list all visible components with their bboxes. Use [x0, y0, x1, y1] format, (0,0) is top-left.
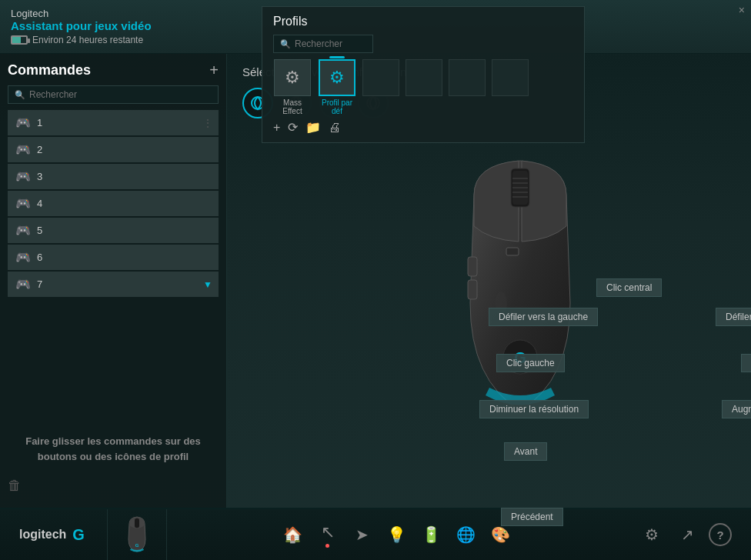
command-label-2: 2: [37, 144, 42, 155]
app-logo-area: Logitech Assistant pour jeux vidéo Envir…: [11, 8, 152, 45]
toolbar-cursor-btn[interactable]: ↖: [312, 519, 343, 550]
battery-info: Environ 24 heures restante: [11, 35, 152, 45]
command-label-1: 1: [37, 117, 42, 128]
toolbar-share-btn[interactable]: ↗: [673, 521, 701, 548]
profiles-search-input[interactable]: [295, 38, 366, 49]
dropdown-indicator-7: ▼: [203, 279, 212, 290]
sidebar-search-icon: 🔍: [15, 90, 25, 100]
sidebar-header: Commandes +: [8, 62, 219, 79]
toolbar-pointer-btn[interactable]: ➤: [347, 519, 378, 550]
toolbar-mouse-section[interactable]: G: [108, 509, 167, 560]
profile-gear-icon: ⚙: [285, 68, 300, 88]
profiles-search-container[interactable]: 🔍: [273, 35, 373, 53]
command-item-1[interactable]: 🎮 1 ⋮: [8, 110, 219, 135]
command-icon-6: 🎮: [15, 250, 31, 265]
command-label-5: 5: [37, 225, 42, 236]
top-bar: Logitech Assistant pour jeux vidéo Envir…: [0, 0, 751, 54]
sidebar-search-input[interactable]: [29, 89, 212, 100]
toolbar-help-btn[interactable]: ?: [709, 523, 732, 546]
toolbar-lightbulb-btn[interactable]: 💡: [382, 519, 412, 550]
toolbar-logo-section: logitech G: [8, 509, 108, 560]
battery-text: Environ 24 heures restante: [32, 35, 143, 45]
close-button[interactable]: ×: [739, 4, 745, 16]
svg-rect-17: [135, 518, 139, 528]
command-label-4: 4: [37, 198, 42, 209]
profile-item-mass-effect[interactable]: ⚙ Mass Effect: [273, 59, 312, 115]
toolbar-right-section: ⚙ ↗ ?: [626, 521, 743, 548]
btn-diminuer-res[interactable]: Diminuer la résolution: [479, 400, 589, 418]
command-item-4[interactable]: 🎮 4: [8, 191, 219, 216]
app-subtitle: Assistant pour jeux vidéo: [11, 19, 152, 32]
profile-folder-btn[interactable]: 📁: [305, 120, 321, 135]
toolbar-brand-text: logitech: [19, 528, 66, 542]
profiles-search-icon: 🔍: [280, 39, 291, 49]
command-item-7[interactable]: 🎮 7 ▼: [8, 272, 219, 297]
svg-rect-11: [468, 257, 477, 276]
profiles-title: Profils: [273, 15, 573, 28]
toolbar-home-btn[interactable]: 🏠: [278, 519, 309, 550]
svg-text:G: G: [135, 543, 139, 548]
profile-label-default: Profil par déf: [318, 98, 356, 115]
battery-icon: [11, 35, 28, 45]
app-container: × Logitech Assistant pour jeux vidéo Env…: [0, 0, 751, 560]
btn-avant[interactable]: Avant: [504, 442, 547, 461]
profile-slot-4[interactable]: [406, 59, 442, 96]
sidebar-add-btn[interactable]: +: [209, 62, 219, 79]
btn-clic-droit[interactable]: Clic droit: [741, 354, 751, 372]
mouse-diagram: G Clic central Défiler vers la gauche Dé…: [242, 134, 736, 457]
scroll-indicator-1: ⋮: [203, 118, 212, 128]
app-brand: Logitech: [11, 8, 152, 19]
sidebar-search-container[interactable]: 🔍: [8, 85, 219, 104]
command-icon-5: 🎮: [15, 223, 31, 238]
profile-label-mass-effect: Mass Effect: [273, 98, 312, 115]
btn-augmenter-res[interactable]: Augmenter la résolution: [722, 400, 751, 418]
profiles-icons-row: ⚙ Mass Effect ⚙ Profil par déf: [273, 59, 573, 115]
profile-slot-6[interactable]: [492, 59, 529, 96]
toolbar-globe-btn[interactable]: 🌐: [451, 519, 482, 550]
profile-history-btn[interactable]: ⟳: [288, 120, 298, 135]
commands-list: 🎮 1 ⋮ 🎮 2 🎮 3 🎮 4 🎮 5: [8, 110, 219, 426]
command-icon-4: 🎮: [15, 196, 31, 211]
command-item-5[interactable]: 🎮 5: [8, 218, 219, 243]
command-icon-2: 🎮: [15, 142, 31, 157]
toolbar-battery-btn[interactable]: 🔋: [416, 519, 447, 550]
profile-slot-3[interactable]: [362, 59, 399, 96]
command-label-7: 7: [37, 278, 42, 290]
profiles-actions: + ⟳ 📁 🖨: [273, 120, 573, 135]
mouse-illustration: G: [443, 149, 597, 429]
btn-precedent[interactable]: Précédent: [501, 508, 563, 526]
command-label-3: 3: [37, 171, 42, 182]
profile-icon-default[interactable]: ⚙: [319, 59, 355, 96]
command-item-2[interactable]: 🎮 2: [8, 137, 219, 162]
svg-rect-13: [506, 248, 519, 255]
command-item-3[interactable]: 🎮 3: [8, 164, 219, 189]
profile-slot-5[interactable]: [449, 59, 486, 96]
command-icon-1: 🎮: [15, 115, 31, 130]
btn-defiler-droite[interactable]: Défiler vers la droite: [716, 308, 751, 326]
toolbar-settings-btn[interactable]: ⚙: [638, 521, 666, 548]
command-icon-3: 🎮: [15, 169, 31, 184]
btn-defiler-gauche[interactable]: Défiler vers la gauche: [489, 308, 598, 326]
command-item-6[interactable]: 🎮 6: [8, 245, 219, 270]
profiles-panel: Profils 🔍 ⚙ Mass Effect ⚙ Pr: [262, 6, 585, 143]
btn-clic-central[interactable]: Clic central: [596, 278, 662, 297]
sidebar-footer: 🗑: [8, 472, 219, 500]
profile-print-btn[interactable]: 🖨: [329, 121, 341, 135]
drag-hint: Faire glisser les commandes sur des bout…: [8, 426, 219, 472]
sidebar: Commandes + 🔍 🎮 1 ⋮ 🎮 2 🎮: [0, 54, 227, 508]
toolbar-mouse-icon: G: [123, 515, 151, 555]
profile-gear-default-icon: ⚙: [329, 68, 345, 88]
command-icon-7: 🎮: [15, 277, 31, 292]
profile-icon-mass-effect[interactable]: ⚙: [274, 59, 311, 96]
bottom-toolbar: logitech G G 🏠 ↖ ➤ 💡 🔋 🌐 🎨: [0, 508, 751, 560]
mouse-svg: G: [443, 149, 597, 426]
sidebar-title: Commandes: [8, 62, 91, 78]
svg-rect-12: [468, 280, 477, 299]
toolbar-cursor-dot: [325, 544, 329, 548]
command-label-6: 6: [37, 252, 42, 263]
profile-item-default[interactable]: ⚙ Profil par déf: [318, 59, 356, 115]
toolbar-g-icon: G: [72, 526, 85, 544]
btn-clic-gauche[interactable]: Clic gauche: [496, 354, 565, 372]
delete-icon[interactable]: 🗑: [8, 478, 22, 494]
profile-add-btn[interactable]: +: [273, 121, 280, 135]
